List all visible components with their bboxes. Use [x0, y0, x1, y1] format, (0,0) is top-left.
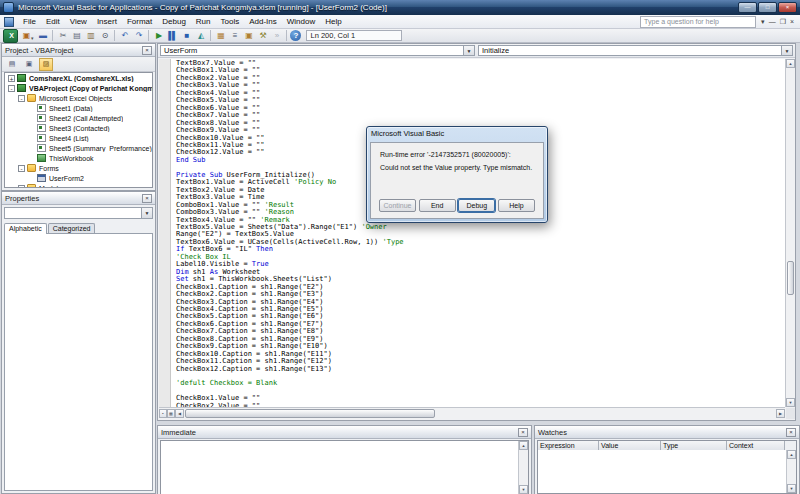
combo-dropdown-icon[interactable]: ▼	[463, 46, 474, 55]
break-icon[interactable]: ▌▌	[166, 30, 179, 42]
scroll-down-icon[interactable]: ▼	[519, 485, 528, 494]
watches-column-value[interactable]: Value	[599, 441, 661, 450]
menu-debug[interactable]: Debug	[157, 16, 191, 27]
full-module-view-button[interactable]: ▦	[167, 409, 175, 418]
tab-alphabetic[interactable]: Alphabetic	[4, 223, 47, 234]
watches-column-context[interactable]: Context	[727, 441, 785, 450]
properties-panel-close-icon[interactable]: ×	[142, 194, 152, 203]
debug-button[interactable]: Debug	[458, 199, 495, 212]
run-icon[interactable]: ▶	[152, 30, 165, 42]
toggle-folders-icon[interactable]: ▨	[39, 58, 53, 71]
view-code-icon[interactable]: ▤	[5, 58, 19, 71]
design-mode-icon[interactable]: ◭	[194, 30, 207, 42]
close-icon[interactable]: ×	[778, 2, 797, 13]
immediate-vertical-scrollbar[interactable]: ▲ ▼	[518, 441, 528, 494]
expand-icon[interactable]: +	[8, 75, 15, 82]
help-button[interactable]: Help	[498, 199, 535, 212]
toolbox-icon[interactable]: ⚒	[256, 30, 269, 42]
office-assistant-icon[interactable]: »	[270, 30, 283, 42]
menu-addins[interactable]: Add-Ins	[244, 16, 282, 27]
menu-window[interactable]: Window	[282, 16, 320, 27]
immediate-panel-close-icon[interactable]: ×	[518, 428, 528, 437]
watches-vertical-scrollbar[interactable]: ▲ ▼	[786, 450, 796, 493]
vertical-scroll-thumb[interactable]	[787, 261, 794, 295]
scroll-up-icon[interactable]: ▲	[786, 59, 795, 68]
end-button[interactable]: End	[419, 199, 456, 212]
project-panel-close-icon[interactable]: ×	[142, 46, 152, 55]
properties-list-area[interactable]	[4, 233, 153, 491]
tree-item-forms[interactable]: -Forms	[5, 163, 152, 173]
tree-item-userform2[interactable]: UserForm2	[5, 173, 152, 183]
watches-column-type[interactable]: Type	[661, 441, 727, 450]
watches-panel: Watches × ExpressionValueTypeContext ▲ ▼	[534, 425, 800, 494]
reset-icon[interactable]: ■	[180, 30, 193, 42]
menu-file[interactable]: File	[18, 16, 41, 27]
tree-item-comsharexl[interactable]: +ComshareXL (ComshareXL.xls)	[5, 73, 152, 83]
dialog-title[interactable]: Microsoft Visual Basic	[367, 127, 547, 140]
combo-dropdown-icon[interactable]: ▼	[141, 208, 152, 218]
procedure-dropdown[interactable]: Initialize ▼	[478, 45, 793, 56]
dropdown-caret-icon[interactable]: ▾	[31, 35, 34, 41]
maximize-icon[interactable]: □	[758, 2, 777, 13]
mdi-close-icon[interactable]: ×	[790, 18, 794, 26]
copy-icon[interactable]: ▤	[70, 30, 83, 42]
menu-tools[interactable]: Tools	[216, 16, 245, 27]
code-editor-area[interactable]: TextBox7.Value = ""CheckBox1.Value = ""C…	[159, 59, 785, 407]
scroll-down-icon[interactable]: ▼	[786, 398, 795, 407]
code-margin-indicator-bar[interactable]	[159, 59, 171, 407]
object-dropdown[interactable]: UserForm ▼	[160, 45, 475, 56]
save-icon[interactable]: ▬	[36, 30, 49, 42]
tree-item-microsoft[interactable]: -Microsoft Excel Objects	[5, 93, 152, 103]
combo-dropdown-icon[interactable]: ▼	[781, 46, 792, 55]
code-vertical-scrollbar[interactable]: ▲ ▼	[785, 59, 795, 407]
project-explorer-icon[interactable]: ▦	[214, 30, 227, 42]
view-object-icon[interactable]: ▣	[22, 58, 36, 71]
scroll-up-icon[interactable]: ▲	[787, 450, 796, 459]
undo-icon[interactable]: ↶	[118, 30, 131, 42]
menu-run[interactable]: Run	[191, 16, 216, 27]
watches-list-area[interactable]: ▲ ▼	[537, 450, 797, 494]
properties-object-combobox[interactable]: ▼	[4, 207, 153, 219]
properties-window-icon[interactable]: ≡	[228, 30, 241, 42]
tree-item-sheet3[interactable]: Sheet3 (Contacted)	[5, 123, 152, 133]
expand-icon[interactable]: +	[18, 185, 25, 189]
help-icon[interactable]: ?	[290, 30, 301, 41]
object-browser-icon[interactable]: ▣	[242, 30, 255, 42]
scroll-down-icon[interactable]: ▼	[787, 484, 796, 493]
collapse-icon[interactable]: -	[18, 95, 25, 102]
tree-item-thisworkbook[interactable]: ThisWorkbook	[5, 153, 152, 163]
tree-item-modules[interactable]: +Modules	[5, 183, 152, 188]
tree-item-sheet5[interactable]: Sheet5 (Summary_Preformance)	[5, 143, 152, 153]
mdi-restore-icon[interactable]: ❐	[780, 18, 786, 26]
tree-item-sheet2[interactable]: Sheet2 (Call Attempted)	[5, 113, 152, 123]
tree-item-sheet4[interactable]: Sheet4 (List)	[5, 133, 152, 143]
tree-item-vbaproject[interactable]: -VBAProject (Copy of Parichat Kongmiya.x…	[5, 83, 152, 93]
menu-edit[interactable]: Edit	[41, 16, 65, 27]
help-box-dropdown-icon[interactable]: ▾	[761, 18, 765, 26]
watches-column-expression[interactable]: Expression	[538, 441, 599, 450]
scroll-left-icon[interactable]: ◀	[175, 409, 184, 418]
menu-insert[interactable]: Insert	[92, 16, 122, 27]
procedure-view-button[interactable]: ▪	[159, 409, 167, 418]
mdi-minimize-icon[interactable]: —	[769, 18, 776, 26]
code-horizontal-scrollbar[interactable]: ▪ ▦ ◀ ▶	[159, 407, 785, 419]
help-search-input[interactable]: Type a question for help	[640, 16, 756, 28]
cut-icon[interactable]: ✂	[56, 30, 69, 42]
menu-view[interactable]: View	[65, 16, 92, 27]
menu-format[interactable]: Format	[122, 16, 157, 27]
view-microsoft-excel-icon[interactable]: X	[3, 29, 18, 43]
project-icon	[17, 74, 26, 82]
find-icon[interactable]: ⊙	[98, 30, 111, 42]
watches-panel-close-icon[interactable]: ×	[786, 428, 796, 437]
minimize-icon[interactable]: —	[738, 2, 757, 13]
paste-icon[interactable]: ▥	[84, 30, 97, 42]
redo-icon[interactable]: ↷	[132, 30, 145, 42]
scroll-up-icon[interactable]: ▲	[519, 441, 528, 450]
menu-help[interactable]: Help	[320, 16, 346, 27]
collapse-icon[interactable]: -	[8, 85, 15, 92]
tree-item-sheet1[interactable]: Sheet1 (Data)	[5, 103, 152, 113]
immediate-input-area[interactable]: ▲ ▼	[160, 440, 529, 494]
scroll-right-icon[interactable]: ▶	[776, 409, 785, 418]
horizontal-scroll-thumb[interactable]	[185, 409, 435, 418]
collapse-icon[interactable]: -	[18, 165, 25, 172]
